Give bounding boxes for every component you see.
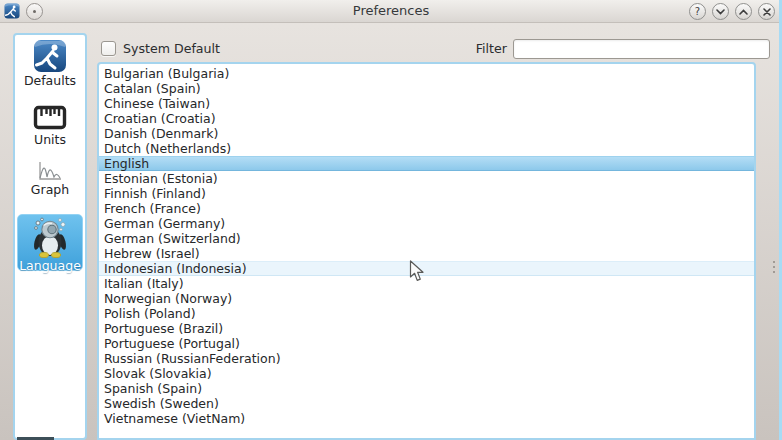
list-item[interactable]: Portuguese (Portugal) [99,336,754,351]
close-button[interactable] [758,3,775,20]
close-icon [763,8,771,16]
language-list: Bulgarian (Bulgaria)Catalan (Spain)Chine… [97,62,756,440]
sidebar-item-language[interactable]: Language [17,214,83,271]
filter-label: Filter [430,41,507,56]
list-item[interactable]: English [99,156,754,171]
sidebar-item-units[interactable]: Units [15,104,85,147]
list-item[interactable]: Russian (RussianFederation) [99,351,754,366]
list-item[interactable]: German (Germany) [99,216,754,231]
list-item[interactable]: Vietnamese (VietNam) [99,411,754,426]
filter-input[interactable] [513,39,770,59]
list-item[interactable]: Slovak (Slovakia) [99,366,754,381]
resize-grip[interactable] [773,261,776,274]
titlebar[interactable]: Preferences ? [0,0,782,23]
list-item[interactable]: Spanish (Spain) [99,381,754,396]
ruler-icon [33,104,67,132]
list-item[interactable]: Polish (Poland) [99,306,754,321]
system-default-label: System Default [123,41,220,56]
sidebar-item-label: Units [15,132,85,147]
chevron-down-icon [716,9,725,15]
list-item[interactable]: Chinese (Taiwan) [99,96,754,111]
settings-category-list: Defaults Units Graph [13,33,87,440]
list-item[interactable]: Finnish (Finland) [99,186,754,201]
chevron-up-icon [739,9,748,15]
list-item[interactable]: Dutch (Netherlands) [99,141,754,156]
list-item[interactable]: Catalan (Spain) [99,81,754,96]
list-item[interactable]: French (France) [99,201,754,216]
sidebar-item-label: Defaults [15,73,85,88]
list-item[interactable]: German (Switzerland) [99,231,754,246]
list-item[interactable]: Danish (Denmark) [99,126,754,141]
list-item[interactable]: Indonesian (Indonesia) [99,261,754,276]
graph-icon [37,160,63,182]
help-button[interactable]: ? [689,3,706,20]
sidebar-item-defaults[interactable]: Defaults [15,39,85,88]
list-item[interactable]: Portuguese (Brazil) [99,321,754,336]
diver-icon [33,39,67,73]
list-item[interactable]: Italian (Italy) [99,276,754,291]
sidebar-item-graph[interactable]: Graph [15,160,85,197]
list-item[interactable]: Norwegian (Norway) [99,291,754,306]
list-item[interactable]: Hebrew (Israel) [99,246,754,261]
system-default-checkbox[interactable] [101,41,116,56]
window-title: Preferences [0,0,782,22]
list-item[interactable]: Croatian (Croatia) [99,111,754,126]
preferences-window: Preferences ? [0,0,782,440]
list-item[interactable]: Estonian (Estonia) [99,171,754,186]
minimize-button[interactable] [712,3,729,20]
maximize-button[interactable] [735,3,752,20]
list-item[interactable]: Swedish (Sweden) [99,396,754,411]
list-item[interactable]: Bulgarian (Bulgaria) [99,66,754,81]
sidebar-item-label: Graph [15,182,85,197]
sidebar-item-label: Language [18,258,82,273]
tux-diver-icon [30,216,70,258]
